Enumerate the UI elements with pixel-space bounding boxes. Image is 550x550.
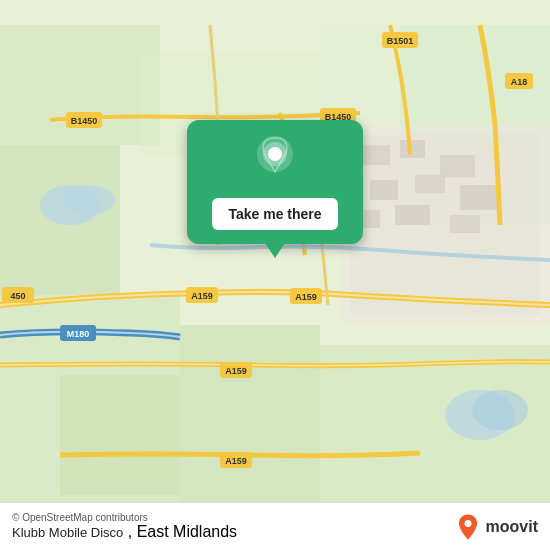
map-background: A159 A159 A159 A159 B1450 B1450 B1501 A1… [0, 0, 550, 550]
svg-rect-20 [415, 175, 445, 193]
svg-rect-17 [400, 140, 425, 158]
location-name: Klubb Mobile Disco [12, 525, 123, 540]
svg-point-11 [472, 390, 528, 430]
take-me-there-button[interactable]: Take me there [212, 198, 337, 230]
svg-text:450: 450 [10, 291, 25, 301]
svg-text:B1501: B1501 [387, 36, 414, 46]
bottom-bar: © OpenStreetMap contributors Klubb Mobil… [0, 502, 550, 550]
svg-point-48 [464, 520, 471, 527]
svg-text:A159: A159 [295, 292, 317, 302]
svg-rect-4 [180, 325, 320, 525]
moovit-icon [454, 513, 482, 541]
svg-point-9 [65, 185, 115, 215]
svg-rect-19 [370, 180, 398, 200]
svg-text:A159: A159 [191, 291, 213, 301]
location-region: East Midlands [137, 523, 238, 540]
map-container: A159 A159 A159 A159 B1450 B1450 B1501 A1… [0, 0, 550, 550]
svg-rect-21 [460, 185, 500, 210]
popup-card: Take me there [187, 120, 363, 244]
svg-text:B1450: B1450 [71, 116, 98, 126]
location-info: © OpenStreetMap contributors Klubb Mobil… [12, 512, 237, 541]
svg-text:M180: M180 [67, 329, 90, 339]
svg-rect-18 [440, 155, 475, 177]
svg-rect-16 [360, 145, 390, 165]
svg-text:A18: A18 [511, 77, 528, 87]
location-separator: , [128, 523, 137, 540]
location-pin-icon [255, 136, 295, 190]
svg-rect-24 [450, 215, 480, 233]
svg-point-47 [268, 147, 282, 161]
svg-text:A159: A159 [225, 456, 247, 466]
location-name-container: Klubb Mobile Disco , East Midlands [12, 523, 237, 541]
svg-rect-13 [60, 375, 180, 495]
moovit-text: moovit [486, 518, 538, 536]
svg-rect-5 [320, 345, 550, 525]
svg-rect-23 [395, 205, 430, 225]
map-attribution: © OpenStreetMap contributors [12, 512, 237, 523]
svg-text:A159: A159 [225, 366, 247, 376]
moovit-logo: moovit [454, 513, 538, 541]
